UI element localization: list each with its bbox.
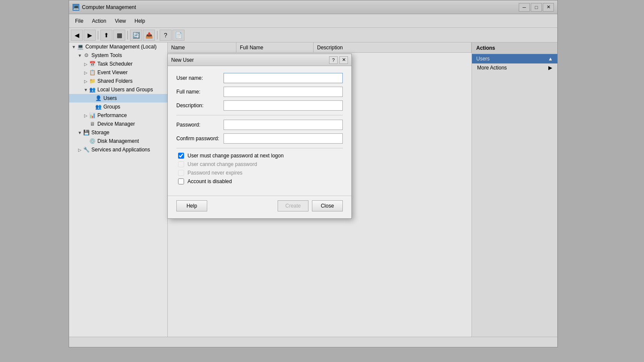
fullname-row: Full name: xyxy=(176,87,343,97)
description-label: Description: xyxy=(176,103,224,109)
description-row: Description: xyxy=(176,100,343,111)
new-user-dialog: New User ? ✕ User name: Full name: Descr… xyxy=(167,54,352,219)
dialog-overlay: New User ? ✕ User name: Full name: Descr… xyxy=(0,0,644,362)
dialog-title: New User xyxy=(171,57,329,63)
username-label: User name: xyxy=(176,75,224,81)
checkbox-label-4: Account is disabled xyxy=(187,178,232,184)
password-row: Password: xyxy=(176,120,343,130)
close-button[interactable]: Close xyxy=(312,200,343,211)
confirm-password-label: Confirm password: xyxy=(176,136,224,142)
checkbox-label-1: User must change password at next logon xyxy=(187,153,284,159)
checkbox-row-1: User must change password at next logon xyxy=(176,153,343,159)
checkbox-label-3: Password never expires xyxy=(187,170,242,176)
confirm-password-input[interactable] xyxy=(224,133,343,144)
fullname-input[interactable] xyxy=(224,87,343,97)
create-button[interactable]: Create xyxy=(278,200,308,211)
dialog-footer: Help Create Close xyxy=(168,196,351,218)
checkbox-row-3: Password never expires xyxy=(176,170,343,176)
password-label: Password: xyxy=(176,122,224,128)
password-input[interactable] xyxy=(224,120,343,130)
checkbox-never-expires[interactable] xyxy=(178,170,184,176)
dialog-separator-2 xyxy=(176,148,343,148)
username-row: User name: xyxy=(176,73,343,83)
dialog-separator-1 xyxy=(176,115,343,115)
checkbox-must-change[interactable] xyxy=(178,153,184,159)
checkbox-disabled[interactable] xyxy=(178,178,184,184)
dialog-title-bar: New User ? ✕ xyxy=(168,54,351,66)
dialog-body: User name: Full name: Description: Passw… xyxy=(168,66,351,194)
checkbox-row-2: User cannot change password xyxy=(176,161,343,167)
confirm-password-row: Confirm password: xyxy=(176,133,343,144)
checkbox-row-4: Account is disabled xyxy=(176,178,343,184)
checkbox-label-2: User cannot change password xyxy=(187,161,257,167)
fullname-label: Full name: xyxy=(176,89,224,95)
username-input[interactable] xyxy=(224,73,343,83)
help-button[interactable]: Help xyxy=(176,200,207,211)
dialog-close-titlebar-button[interactable]: ✕ xyxy=(339,56,348,64)
dialog-help-titlebar-button[interactable]: ? xyxy=(329,56,338,64)
checkbox-cannot-change[interactable] xyxy=(178,161,184,167)
description-input[interactable] xyxy=(224,100,343,111)
